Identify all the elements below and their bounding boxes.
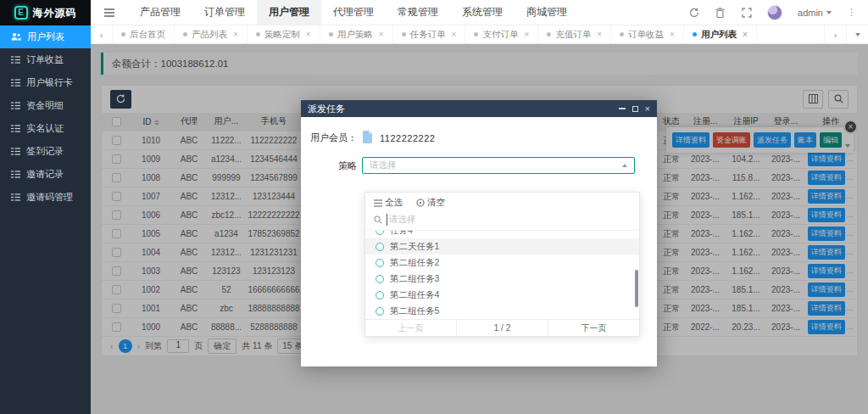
sidebar-collapse-icon[interactable] xyxy=(91,0,128,25)
tab-close-icon[interactable]: × xyxy=(743,30,748,39)
nav-item-代理管理[interactable]: 代理管理 xyxy=(321,0,386,25)
list-icon xyxy=(11,124,20,134)
dropdown-option-第二组任务4[interactable]: 第二组任务4 xyxy=(365,287,639,303)
dropdown-option-第二组任务2[interactable]: 第二组任务2 xyxy=(365,255,639,271)
user-avatar[interactable] xyxy=(767,5,782,20)
member-row: 用户会员： 1122222222 xyxy=(301,131,657,145)
tab-close-icon[interactable]: × xyxy=(597,30,602,39)
dropdown-options: 任务4第二天任务1第二组任务2第二组任务3第二组任务4第二组任务5 xyxy=(365,231,639,319)
tab-dot-icon xyxy=(256,32,260,36)
dropdown-tools: 全选 清空 xyxy=(365,193,639,211)
list-icon xyxy=(374,199,382,207)
dropdown-prev-button[interactable]: 上一页 xyxy=(365,320,456,336)
close-icon[interactable]: × xyxy=(645,104,650,114)
sidebar-item-label: 邀请码管理 xyxy=(26,191,73,204)
tab-订单收益[interactable]: 订单收益× xyxy=(611,25,684,43)
dropdown-option-第二天任务1[interactable]: 第二天任务1 xyxy=(365,238,639,255)
tab-dot-icon xyxy=(121,32,125,36)
trash-icon[interactable] xyxy=(715,7,726,18)
clear-button[interactable]: 清空 xyxy=(416,197,445,209)
tab-dot-icon xyxy=(183,32,187,36)
tab-label: 充值订单 xyxy=(555,29,591,41)
dropdown-search[interactable]: 请选择 xyxy=(365,211,639,231)
radio-icon xyxy=(376,231,384,235)
tab-dot-icon xyxy=(402,32,406,36)
tab-close-icon[interactable]: × xyxy=(452,30,457,39)
file-icon xyxy=(362,131,373,145)
tab-策略定制[interactable]: 策略定制× xyxy=(248,25,320,43)
tabs-menu-icon[interactable] xyxy=(846,25,868,43)
tab-产品列表[interactable]: 产品列表× xyxy=(175,25,248,43)
tab-dot-icon xyxy=(693,32,697,36)
minimize-icon[interactable] xyxy=(619,108,626,109)
dropdown-option-任务4[interactable]: 任务4 xyxy=(365,231,639,238)
nav-item-订单管理[interactable]: 订单管理 xyxy=(192,0,257,25)
option-label: 第二组任务2 xyxy=(390,257,439,269)
dropdown-option-第二组任务5[interactable]: 第二组任务5 xyxy=(365,303,639,319)
tab-充值订单[interactable]: 充值订单× xyxy=(538,25,611,43)
scrollbar-thumb[interactable] xyxy=(635,270,638,307)
tab-支付订单[interactable]: 支付订单× xyxy=(465,25,538,43)
select-all-button[interactable]: 全选 xyxy=(374,197,403,209)
modal-title: 派发任务 xyxy=(308,103,345,115)
user-menu[interactable]: admin xyxy=(798,8,832,18)
tab-后台首页[interactable]: 后台首页 xyxy=(113,25,175,43)
tabs-scroll-right-icon[interactable]: › xyxy=(824,25,846,43)
tab-dot-icon xyxy=(329,32,333,36)
strategy-dropdown: 全选 清空 请选择 任务4第二天任务1第二组任务2第二组任务3第二组任务4第二组… xyxy=(364,192,640,337)
search-icon xyxy=(374,215,382,224)
refresh-icon[interactable] xyxy=(688,7,699,18)
sidebar-item-邀请码管理[interactable]: 邀请码管理 xyxy=(0,186,91,209)
tab-close-icon[interactable]: × xyxy=(524,30,529,39)
clear-icon xyxy=(416,199,425,207)
nav-item-商城管理[interactable]: 商城管理 xyxy=(515,0,579,25)
sidebar-item-label: 用户列表 xyxy=(27,31,64,43)
chevron-down-icon xyxy=(826,11,832,14)
dropdown-option-第二组任务3[interactable]: 第二组任务3 xyxy=(365,271,639,287)
sidebar-item-订单收益[interactable]: 订单收益 xyxy=(0,48,91,71)
modal-titlebar: 派发任务 × xyxy=(301,100,657,117)
tab-close-icon[interactable]: × xyxy=(379,30,384,39)
radio-icon xyxy=(376,259,384,267)
maximize-icon[interactable] xyxy=(632,106,638,112)
list-icon xyxy=(11,101,20,111)
header-actions: admin ⋮ xyxy=(688,0,868,25)
radio-icon xyxy=(376,307,384,316)
list-icon xyxy=(11,147,20,157)
strategy-label: 策略 xyxy=(301,159,362,172)
dropdown-page-indicator: 1 / 2 xyxy=(456,320,548,336)
sidebar: 用户列表订单收益用户银行卡资金明细实名认证签到记录邀请记录邀请码管理 xyxy=(0,25,91,414)
option-label: 第二天任务1 xyxy=(390,241,439,253)
tab-bar: ‹ 后台首页产品列表×策略定制×用户策略×任务订单×支付订单×充值订单×订单收益… xyxy=(91,25,868,44)
tabs-scroll-left-icon[interactable]: ‹ xyxy=(91,25,113,43)
more-menu-icon[interactable]: ⋮ xyxy=(847,7,856,18)
tab-任务订单[interactable]: 任务订单× xyxy=(393,25,466,43)
nav-item-产品管理[interactable]: 产品管理 xyxy=(128,0,192,25)
dropdown-next-button[interactable]: 下一页 xyxy=(548,320,639,336)
tab-用户策略[interactable]: 用户策略× xyxy=(320,25,393,43)
nav-item-用户管理[interactable]: 用户管理 xyxy=(257,0,321,25)
sidebar-item-用户银行卡[interactable]: 用户银行卡 xyxy=(0,71,91,94)
tab-label: 产品列表 xyxy=(192,29,227,41)
tab-label: 后台首页 xyxy=(130,29,165,41)
sidebar-item-实名认证[interactable]: 实名认证 xyxy=(0,117,91,140)
sidebar-item-用户列表[interactable]: 用户列表 xyxy=(0,25,91,48)
tab-label: 用户列表 xyxy=(701,29,737,41)
nav-item-常规管理[interactable]: 常规管理 xyxy=(386,0,450,25)
tab-label: 订单收益 xyxy=(628,29,664,41)
tab-用户列表[interactable]: 用户列表× xyxy=(684,25,757,43)
list-icon xyxy=(11,193,20,203)
sidebar-item-签到记录[interactable]: 签到记录 xyxy=(0,140,91,163)
sidebar-item-资金明细[interactable]: 资金明细 xyxy=(0,94,91,117)
logo-icon: E xyxy=(14,6,28,20)
username: admin xyxy=(798,8,823,18)
fullscreen-icon[interactable] xyxy=(741,7,752,18)
tab-close-icon[interactable]: × xyxy=(306,30,311,39)
radio-icon xyxy=(376,243,384,251)
tab-close-icon[interactable]: × xyxy=(670,30,675,39)
tab-close-icon[interactable]: × xyxy=(233,30,238,39)
nav-item-系统管理[interactable]: 系统管理 xyxy=(450,0,515,25)
strategy-select[interactable]: 请选择 xyxy=(362,157,635,174)
sidebar-item-邀请记录[interactable]: 邀请记录 xyxy=(0,163,91,186)
option-label: 任务4 xyxy=(390,231,413,237)
